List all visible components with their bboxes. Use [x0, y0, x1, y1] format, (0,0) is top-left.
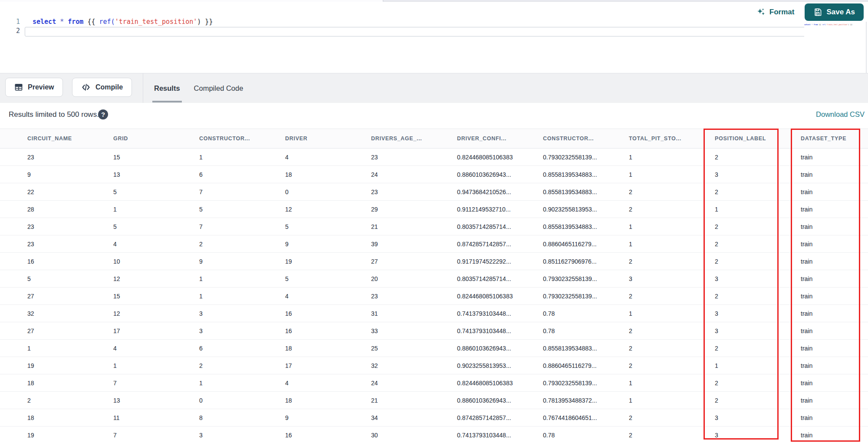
table-cell: 3 [708, 305, 794, 322]
compile-button[interactable]: Compile [72, 78, 132, 97]
table-row[interactable]: 23429390.8742857142857...0.8860465116279… [0, 235, 868, 253]
table-cell: 2 [193, 235, 279, 252]
editor-toolbar: Format Save As [752, 3, 864, 21]
table-row[interactable]: 18714240.8244680851063830.7930232558139.… [0, 374, 868, 392]
table-cell: 0.7930232558139... [536, 288, 622, 304]
table-row[interactable]: 14618250.8860103626943...0.8558139534883… [0, 340, 868, 357]
table-cell: 0.7813953488372... [536, 392, 622, 409]
table-cell: 9 [21, 166, 107, 183]
table-cell: 2 [21, 392, 107, 409]
table-cell: 2 [622, 340, 708, 357]
column-header[interactable]: DRIVER_CONFI... [450, 129, 536, 148]
table-row[interactable]: 1610919270.9171974522292...0.85116279069… [0, 253, 868, 270]
code-token: ref( [822, 23, 826, 26]
sql-editor[interactable]: Format Save As 1 2 select * from {{ ref(… [0, 2, 868, 73]
column-header[interactable]: DRIVER [279, 129, 365, 148]
table-cell: 1 [193, 374, 279, 391]
code-token [56, 18, 60, 26]
column-header[interactable]: TOTAL_PIT_STO... [622, 129, 708, 148]
table-cell: train [794, 340, 868, 357]
editor-minimap[interactable]: select * from {{ ref('train_test_positio… [804, 23, 864, 45]
table-row[interactable]: 2717316330.7413793103448...0.7823train [0, 322, 868, 340]
toolbar-divider [143, 73, 143, 103]
table-row[interactable]: 281512290.9112149532710...0.902325581395… [0, 201, 868, 218]
code-token: ref( [99, 18, 115, 26]
table-cell: 31 [365, 305, 450, 322]
table-row[interactable]: 197316300.7413793103448...0.7823train [0, 426, 868, 443]
table-cell: 2 [622, 322, 708, 339]
table-row[interactable]: 271514230.8244680851063830.7930232558139… [0, 288, 868, 305]
table-cell: 0.8558139534883... [536, 218, 622, 235]
table-row[interactable]: 191217320.9023255813953...0.886046511627… [0, 357, 868, 374]
ide-screen: Format Save As 1 2 select * from {{ ref(… [0, 0, 868, 443]
column-header[interactable]: DATASET_TYPE [794, 129, 868, 148]
table-cell: 2 [708, 392, 794, 409]
table-cell: 2 [622, 183, 708, 200]
table-row[interactable]: 22570230.9473684210526...0.8558139534883… [0, 183, 868, 201]
column-header[interactable]: CONSTRUCTOR... [536, 129, 622, 148]
tab-compiled-code[interactable]: Compiled Code [193, 73, 244, 103]
code-token: ) [197, 18, 201, 26]
preview-button[interactable]: Preview [5, 78, 63, 97]
table-cell: 33 [365, 322, 450, 339]
column-header[interactable]: CONSTRUCTOR... [193, 129, 279, 148]
table-cell: 0.8558139534883... [536, 166, 622, 183]
results-table: CIRCUIT_NAMEGRIDCONSTRUCTOR...DRIVERDRIV… [0, 129, 868, 443]
code-token: from [68, 18, 83, 26]
column-header[interactable]: CIRCUIT_NAME [21, 129, 107, 148]
table-cell: 23 [365, 183, 450, 200]
table-cell: 0.8511627906976... [536, 253, 622, 270]
table-cell: 3 [708, 426, 794, 443]
table-cell: 29 [365, 201, 450, 218]
table-row[interactable]: 913618240.8860103626943...0.855813953488… [0, 166, 868, 183]
table-cell: train [794, 322, 868, 339]
table-cell: 0.8860103626943... [450, 166, 536, 183]
table-cell: 5 [279, 218, 365, 235]
table-row[interactable]: 23575210.8035714285714...0.8558139534883… [0, 218, 868, 235]
table-cell: 3 [193, 426, 279, 443]
table-row[interactable]: 213018210.8860103626943...0.781395348837… [0, 392, 868, 409]
table-cell: 0.824468085106383 [450, 374, 536, 391]
table-cell: 0.8860465116279... [536, 235, 622, 252]
question-mark-icon[interactable]: ? [98, 109, 108, 119]
table-cell: 22 [21, 183, 107, 200]
table-cell: 18 [279, 166, 365, 183]
table-row[interactable]: 181189340.8742857142857...0.767441860465… [0, 409, 868, 426]
table-cell: 23 [365, 149, 450, 165]
column-header[interactable]: POSITION_LABEL [708, 129, 794, 148]
table-cell: 19 [279, 253, 365, 270]
table-cell: 18 [279, 392, 365, 409]
tab-results[interactable]: Results [153, 73, 181, 103]
table-row[interactable]: 231514230.8244680851063830.7930232558139… [0, 149, 868, 166]
table-cell: 16 [21, 253, 107, 270]
code-token: from [814, 23, 818, 26]
table-cell: 4 [107, 340, 193, 357]
table-cell: 2 [708, 340, 794, 357]
table-cell: 9 [193, 253, 279, 270]
tab-compiled-code-label: Compiled Code [194, 84, 243, 93]
code-line-1[interactable]: select * from {{ ref('train_test_positio… [33, 17, 213, 26]
table-cell: 27 [21, 322, 107, 339]
table-cell: 1 [107, 357, 193, 374]
table-cell: 2 [193, 357, 279, 374]
save-as-button[interactable]: Save As [805, 3, 864, 21]
table-cell: train [794, 235, 868, 252]
column-header[interactable]: GRID [107, 129, 193, 148]
table-cell: 2 [622, 253, 708, 270]
download-csv-link[interactable]: Download CSV [816, 110, 865, 119]
table-cell: 23 [21, 235, 107, 252]
table-row[interactable]: 51215200.8035714285714...0.7930232558139… [0, 270, 868, 288]
format-button[interactable]: Format [752, 5, 799, 20]
table-cell: 25 [365, 340, 450, 357]
table-row[interactable]: 3212316310.7413793103448...0.7813train [0, 305, 868, 322]
table-cell: 32 [21, 305, 107, 322]
table-cell: 12 [279, 201, 365, 218]
table-cell: 16 [279, 426, 365, 443]
table-cell: 24 [365, 374, 450, 391]
table-cell: 11 [107, 409, 193, 426]
column-header[interactable]: DRIVERS_AGE_... [365, 129, 450, 148]
table-cell: train [794, 426, 868, 443]
table-cell: 3 [708, 270, 794, 287]
results-tabs: Results Compiled Code [153, 73, 244, 103]
editor-scrollbar[interactable] [866, 22, 867, 73]
